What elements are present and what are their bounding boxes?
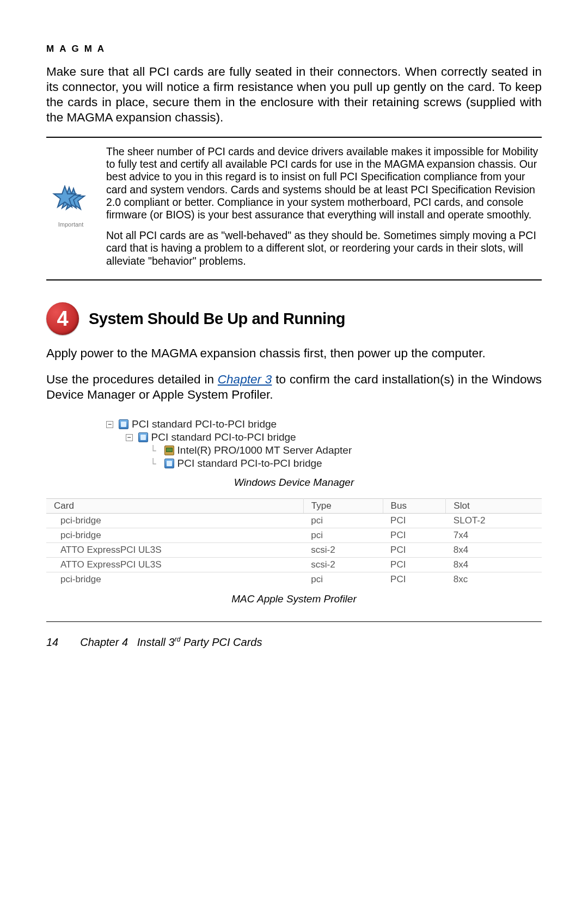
important-callout: Important The sheer number of PCI cards … bbox=[46, 145, 542, 272]
table-cell: pci bbox=[303, 528, 383, 543]
table-header-row: CardTypeBusSlot bbox=[46, 499, 542, 514]
step-number-badge: 4 bbox=[46, 302, 79, 335]
table-cell: pci-bridge bbox=[46, 572, 303, 587]
table-cell: pci-bridge bbox=[46, 514, 303, 528]
pci-bridge-icon bbox=[119, 419, 128, 429]
table-cell: PCI bbox=[383, 528, 446, 543]
section-title: System Should Be Up and Running bbox=[89, 310, 345, 328]
section-para-1: Apply power to the MAGMA expansion chass… bbox=[46, 346, 542, 361]
tree-item-label: PCI standard PCI-to-PCI bridge bbox=[151, 431, 296, 443]
tree-item-label: Intel(R) PRO/1000 MT Server Adapter bbox=[177, 444, 352, 456]
chapter-prefix: Chapter 4 bbox=[80, 636, 128, 648]
table-cell: ATTO ExpressPCI UL3S bbox=[46, 558, 303, 572]
table-cell: PCI bbox=[383, 558, 446, 572]
table-header-cell: Bus bbox=[383, 499, 446, 514]
table-cell: ATTO ExpressPCI UL3S bbox=[46, 543, 303, 558]
chapter-title-ord: rd bbox=[175, 636, 181, 643]
table-cell: PCI bbox=[383, 514, 446, 528]
page-footer: 14 Chapter 4 Install 3rd Party PCI Cards bbox=[46, 636, 542, 649]
important-icon: Important bbox=[46, 185, 95, 228]
footer-divider bbox=[46, 621, 542, 622]
network-adapter-icon bbox=[164, 446, 174, 455]
table-header-cell: Slot bbox=[446, 499, 542, 514]
table-cell: pci-bridge bbox=[46, 528, 303, 543]
section-para-2: Use the procedures detailed in Chapter 3… bbox=[46, 372, 542, 402]
tree-item[interactable]: └ Intel(R) PRO/1000 MT Server Adapter bbox=[106, 444, 542, 457]
table-cell: PCI bbox=[383, 543, 446, 558]
tree-expander-icon[interactable]: − bbox=[106, 421, 113, 428]
important-icon-label: Important bbox=[46, 221, 95, 228]
pci-bridge-icon bbox=[164, 459, 174, 468]
intro-paragraph: Make sure that all PCI cards are fully s… bbox=[46, 64, 542, 126]
table-cell: pci bbox=[303, 514, 383, 528]
table-row: pci-bridgepciPCI8xc bbox=[46, 572, 542, 587]
pci-bridge-icon bbox=[138, 432, 148, 442]
table-header-cell: Type bbox=[303, 499, 383, 514]
table-cell: pci bbox=[303, 572, 383, 587]
tree-item[interactable]: −PCI standard PCI-to-PCI bridge bbox=[106, 431, 542, 444]
divider-bottom bbox=[46, 279, 542, 280]
chapter-3-link[interactable]: Chapter 3 bbox=[218, 373, 272, 386]
section-header: 4 System Should Be Up and Running bbox=[46, 302, 542, 335]
table-cell: scsi-2 bbox=[303, 543, 383, 558]
page-number: 14 bbox=[46, 636, 58, 649]
tree-item[interactable]: └ PCI standard PCI-to-PCI bridge bbox=[106, 457, 542, 470]
table-cell: 8x4 bbox=[446, 543, 542, 558]
brand-header: MAGMA bbox=[46, 44, 542, 54]
tree-branch-icon: └ bbox=[145, 445, 161, 456]
table-row: ATTO ExpressPCI UL3Sscsi-2PCI8x4 bbox=[46, 558, 542, 572]
chapter-title: Chapter 4 Install 3rd Party PCI Cards bbox=[80, 636, 262, 649]
table-cell: scsi-2 bbox=[303, 558, 383, 572]
para2-before: Use the procedures detailed in bbox=[46, 373, 218, 386]
chapter-title-after: Party PCI Cards bbox=[180, 636, 262, 648]
table-row: pci-bridgepciPCISLOT-2 bbox=[46, 514, 542, 528]
tree-branch-icon: └ bbox=[145, 458, 161, 469]
table-cell: SLOT-2 bbox=[446, 514, 542, 528]
table-cell: 8xc bbox=[446, 572, 542, 587]
tree-expander-icon[interactable]: − bbox=[126, 434, 133, 441]
profiler-caption: MAC Apple System Profiler bbox=[46, 593, 542, 605]
device-manager-tree: −PCI standard PCI-to-PCI bridge −PCI sta… bbox=[106, 418, 542, 470]
table-header-cell: Card bbox=[46, 499, 303, 514]
table-row: pci-bridgepciPCI7x4 bbox=[46, 528, 542, 543]
table-cell: 7x4 bbox=[446, 528, 542, 543]
tree-item-label: PCI standard PCI-to-PCI bridge bbox=[132, 418, 277, 430]
callout-para-2: Not all PCI cards are as "well-behaved" … bbox=[106, 229, 542, 267]
system-profiler-table: CardTypeBusSlot pci-bridgepciPCISLOT-2pc… bbox=[46, 498, 542, 587]
chapter-title-before: Install 3 bbox=[137, 636, 175, 648]
table-cell: PCI bbox=[383, 572, 446, 587]
table-cell: 8x4 bbox=[446, 558, 542, 572]
table-row: ATTO ExpressPCI UL3Sscsi-2PCI8x4 bbox=[46, 543, 542, 558]
callout-para-1: The sheer number of PCI cards and device… bbox=[106, 145, 542, 222]
device-tree-caption: Windows Device Manager bbox=[46, 477, 542, 489]
divider-top bbox=[46, 137, 542, 138]
tree-item[interactable]: −PCI standard PCI-to-PCI bridge bbox=[106, 418, 542, 431]
tree-item-label: PCI standard PCI-to-PCI bridge bbox=[177, 457, 322, 469]
